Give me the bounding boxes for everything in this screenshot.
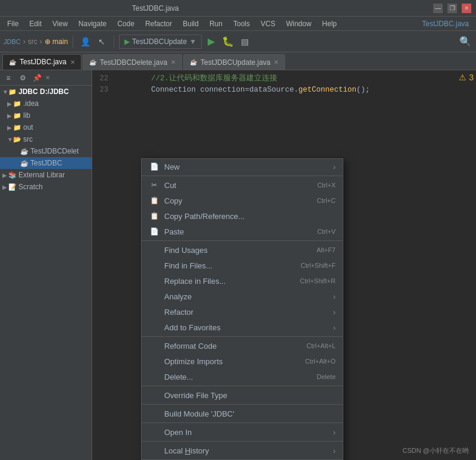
title-bar: TestJDBC.java — ❐ ✕ (0, 0, 476, 17)
ctx-copy-path[interactable]: 📋 Copy Path/Reference... (142, 208, 343, 224)
shortcut-label: Ctrl+C (317, 197, 336, 204)
ctx-label: Find Usages (164, 246, 317, 255)
minimize-button[interactable]: — (433, 4, 443, 13)
coverage-button[interactable]: ▤ (237, 35, 252, 49)
submenu-arrow-icon: › (333, 308, 336, 317)
ctx-copy[interactable]: 📋 Copy Ctrl+C (142, 193, 343, 208)
shortcut-label: Ctrl+Alt+O (305, 358, 336, 365)
ctx-find-usages[interactable]: Find Usages Alt+F7 (142, 242, 343, 258)
menu-help[interactable]: Help (317, 18, 342, 29)
menu-window[interactable]: Window (281, 18, 317, 29)
sidebar-collapse-icon[interactable]: ≡ (2, 72, 14, 84)
menu-run[interactable]: Run (205, 18, 227, 29)
ctx-replace-files[interactable]: Replace in Files... Ctrl+Shift+R (142, 273, 343, 289)
sidebar-item-testjdbcdelete[interactable]: ☕ TestJDBCDelet (0, 145, 92, 157)
tab-testjdbc[interactable]: ☕ TestJDBC.java ✕ (2, 54, 82, 70)
replace-icon (149, 276, 159, 286)
ctx-label: Override File Type (164, 391, 336, 400)
ctx-cut[interactable]: ✂ Cut Ctrl+X (142, 177, 343, 193)
run-config-dropdown[interactable]: ▶ TestJDBCUpdate ▼ (119, 35, 202, 49)
tab-testjdbcdelete[interactable]: ☕ TestJDBCDelete.java ✕ (83, 54, 182, 70)
sidebar-item-lib[interactable]: ▶ 📁 lib (0, 109, 92, 121)
menu-vcs[interactable]: VCS (256, 18, 280, 29)
ctx-paste[interactable]: 📄 Paste Ctrl+V (142, 224, 343, 239)
copy-icon: 📋 (149, 195, 159, 206)
reformat-icon (149, 340, 159, 351)
ctx-build-module[interactable]: Build Module 'JDBC' (142, 406, 343, 421)
sidebar-item-idea[interactable]: ▶ 📁 .idea (0, 98, 92, 109)
sidebar-close-icon[interactable]: ✕ (45, 74, 50, 81)
ctx-local-history[interactable]: Local History › (142, 443, 343, 458)
submenu-arrow-icon: › (333, 428, 336, 437)
sidebar-item-src[interactable]: ▼ 📂 src (0, 133, 92, 145)
sidebar: ≡ ⚙ 📌 ✕ ▼ 📁 JDBC D:/JDBC ▶ 📁 .idea ▶ 📁 l… (0, 70, 92, 460)
sidebar-item-label: lib (23, 111, 30, 120)
run-button[interactable]: ▶ (204, 35, 218, 49)
ctx-refactor[interactable]: Refactor › (142, 304, 343, 320)
tab-close-testjdbcupdate[interactable]: ✕ (274, 59, 278, 65)
toolbar-arrow-btn[interactable]: ↖ (95, 35, 109, 49)
folder-icon: 📁 (13, 124, 21, 132)
ctx-open-in[interactable]: Open In › (142, 424, 343, 440)
sidebar-item-external[interactable]: ▶ 📚 External Librar (0, 169, 92, 181)
toolbar-separator2 (114, 36, 114, 48)
optimize-icon (149, 356, 159, 367)
ctx-label: Build Module 'JDBC' (164, 409, 336, 418)
sidebar-item-label: External Librar (18, 171, 65, 179)
tab-close-testjdbcdelete[interactable]: ✕ (171, 59, 176, 65)
dropdown-arrow-icon: ▼ (189, 37, 196, 46)
menu-edit[interactable]: Edit (24, 18, 46, 29)
ctx-find-files[interactable]: Find in Files... Ctrl+Shift+F (142, 258, 343, 273)
menu-refactor[interactable]: Refactor (140, 18, 177, 29)
tab-label-testjdbc: TestJDBC.java (20, 58, 67, 66)
sidebar-pin-icon[interactable]: 📌 (31, 72, 43, 84)
toolbar-src: src (28, 37, 37, 46)
ctx-label: Copy (164, 196, 317, 205)
expand-icon: ▶ (7, 112, 13, 119)
separator (142, 423, 343, 423)
sidebar-item-out[interactable]: ▶ 📁 out (0, 121, 92, 133)
open-in-icon (149, 427, 159, 437)
folder-icon: 📁 (8, 88, 17, 96)
paste-icon: 📄 (149, 226, 159, 237)
ctx-new[interactable]: 📄 New › (142, 159, 343, 174)
ctx-label: Reformat Code (164, 342, 306, 351)
ctx-reformat[interactable]: Reformat Code Ctrl+Alt+L (142, 338, 343, 353)
ctx-label: Cut (164, 181, 317, 190)
menu-build[interactable]: Build (178, 18, 203, 29)
sidebar-item-scratch[interactable]: ▶ 📝 Scratch (0, 181, 92, 193)
sidebar-item-testjdbc[interactable]: ☕ TestJDBC (0, 157, 92, 169)
ctx-override-file-type[interactable]: Override File Type (142, 387, 343, 403)
history-icon (149, 445, 159, 456)
menu-navigate[interactable]: Navigate (74, 18, 111, 29)
ctx-delete[interactable]: Delete... Delete (142, 369, 343, 384)
sidebar-item-jdbc[interactable]: ▼ 📁 JDBC D:/JDBC (0, 86, 92, 98)
menu-code[interactable]: Code (112, 18, 139, 29)
tabs-bar: ☕ TestJDBC.java ✕ ☕ TestJDBCDelete.java … (0, 52, 476, 70)
toolbar-user-btn[interactable]: 👤 (78, 35, 92, 49)
favorites-icon (149, 322, 159, 333)
expand-icon: ▼ (2, 89, 8, 95)
menu-file[interactable]: File (2, 18, 23, 29)
ctx-optimize-imports[interactable]: Optimize Imports Ctrl+Alt+O (142, 353, 343, 369)
shortcut-label: Alt+F7 (317, 246, 336, 254)
debug-button[interactable]: 🐛 (221, 35, 235, 49)
search-everywhere-button[interactable]: 🔍 (458, 35, 472, 49)
menu-view[interactable]: View (48, 18, 73, 29)
separator (142, 441, 343, 442)
copy-path-icon: 📋 (149, 211, 159, 221)
tab-testjdbcupdate[interactable]: ☕ TestJDBCUpdate.java ✕ (183, 54, 285, 70)
close-button[interactable]: ✕ (462, 4, 471, 13)
menu-tools[interactable]: Tools (228, 18, 255, 29)
toolbar-jdbc: JDBC (4, 38, 21, 45)
folder-icon: 📁 (13, 100, 21, 108)
ctx-add-favorites[interactable]: Add to Favorites › (142, 320, 343, 335)
editor-area[interactable]: 22 //2.让代码和数据库服务器建立连接 23 Connection conn… (92, 70, 476, 460)
ctx-label: Replace in Files... (164, 277, 300, 286)
toolbar-separator (73, 36, 73, 48)
sidebar-settings-icon[interactable]: ⚙ (17, 72, 29, 84)
restore-button[interactable]: ❐ (447, 4, 457, 13)
separator (142, 386, 343, 386)
tab-close-testjdbc[interactable]: ✕ (70, 59, 75, 65)
ctx-analyze[interactable]: Analyze › (142, 289, 343, 304)
